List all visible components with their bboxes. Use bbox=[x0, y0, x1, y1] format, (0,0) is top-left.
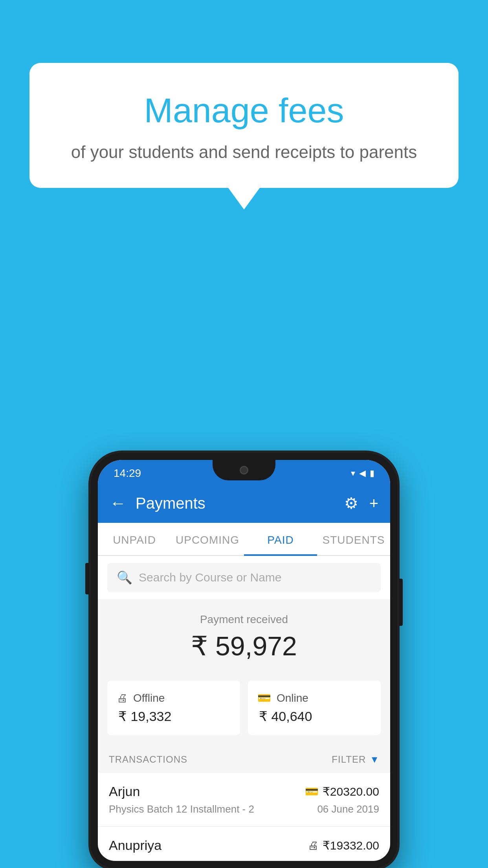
transaction-name-2: Anupriya bbox=[109, 838, 161, 853]
phone-screen: 14:29 ▾ ◀ ▮ ← Payments ⚙ + UNPAID bbox=[98, 460, 390, 861]
offline-card-header: 🖨 Offline bbox=[117, 691, 231, 704]
speech-bubble-title: Manage fees bbox=[61, 90, 427, 131]
settings-icon[interactable]: ⚙ bbox=[344, 494, 358, 512]
tab-paid[interactable]: PAID bbox=[244, 523, 317, 555]
add-icon[interactable]: + bbox=[369, 495, 378, 512]
transaction-row[interactable]: Arjun 💳 ₹20320.00 Physics Batch 12 Insta… bbox=[98, 773, 390, 827]
search-input[interactable]: Search by Course or Name bbox=[139, 571, 282, 584]
cards-row: 🖨 Offline ₹ 19,332 💳 Online ₹ 40,640 bbox=[98, 673, 390, 746]
signal-icon: ◀ bbox=[359, 468, 366, 478]
online-card: 💳 Online ₹ 40,640 bbox=[248, 680, 381, 735]
phone: 14:29 ▾ ◀ ▮ ← Payments ⚙ + UNPAID bbox=[91, 453, 397, 868]
app-title: Payments bbox=[136, 495, 335, 512]
filter-area[interactable]: FILTER ▼ bbox=[332, 754, 379, 765]
offline-amount: ₹ 19,332 bbox=[117, 708, 231, 724]
search-icon: 🔍 bbox=[117, 570, 132, 585]
transaction-amount-2: ₹19332.00 bbox=[323, 839, 379, 852]
speech-bubble-subtitle: of your students and send receipts to pa… bbox=[61, 140, 427, 164]
transaction-row-partial[interactable]: Anupriya 🖨 ₹19332.00 bbox=[98, 827, 390, 861]
transaction-course: Physics Batch 12 Installment - 2 bbox=[109, 803, 254, 815]
speech-bubble-arrow bbox=[228, 188, 260, 210]
speech-bubble-container: Manage fees of your students and send re… bbox=[29, 63, 459, 210]
online-card-header: 💳 Online bbox=[257, 691, 371, 704]
speech-bubble: Manage fees of your students and send re… bbox=[29, 63, 459, 188]
transactions-label: TRANSACTIONS bbox=[109, 754, 187, 765]
online-icon: 💳 bbox=[257, 691, 271, 704]
offline-card: 🖨 Offline ₹ 19,332 bbox=[107, 680, 240, 735]
transaction-amount-area-2: 🖨 ₹19332.00 bbox=[308, 839, 379, 852]
search-container: 🔍 Search by Course or Name bbox=[98, 556, 390, 599]
transaction-amount-area: 💳 ₹20320.00 bbox=[305, 785, 379, 798]
phone-container: 14:29 ▾ ◀ ▮ ← Payments ⚙ + UNPAID bbox=[91, 453, 397, 868]
transaction-amount: ₹20320.00 bbox=[323, 785, 379, 798]
tab-unpaid[interactable]: UNPAID bbox=[98, 523, 171, 555]
offline-payment-icon: 🖨 bbox=[308, 839, 319, 852]
camera bbox=[240, 466, 248, 474]
payment-received-amount: ₹ 59,972 bbox=[98, 631, 390, 662]
back-button[interactable]: ← bbox=[110, 494, 126, 513]
offline-label: Offline bbox=[133, 692, 165, 704]
wifi-icon: ▾ bbox=[351, 468, 355, 478]
app-bar: ← Payments ⚙ + bbox=[98, 484, 390, 523]
battery-icon: ▮ bbox=[370, 468, 374, 478]
tab-upcoming[interactable]: UPCOMING bbox=[171, 523, 244, 555]
filter-icon: ▼ bbox=[370, 754, 379, 765]
filter-label: FILTER bbox=[332, 754, 366, 765]
online-label: Online bbox=[277, 692, 308, 704]
status-icons: ▾ ◀ ▮ bbox=[351, 468, 374, 478]
payment-section: Payment received ₹ 59,972 bbox=[98, 599, 390, 673]
transaction-bottom: Physics Batch 12 Installment - 2 06 June… bbox=[109, 803, 379, 815]
payment-received-label: Payment received bbox=[98, 613, 390, 626]
transactions-header: TRANSACTIONS FILTER ▼ bbox=[98, 746, 390, 773]
notch bbox=[213, 460, 275, 480]
transaction-name: Arjun bbox=[109, 784, 140, 799]
transaction-top: Arjun 💳 ₹20320.00 bbox=[109, 784, 379, 799]
transaction-date: 06 June 2019 bbox=[317, 803, 379, 815]
tabs: UNPAID UPCOMING PAID STUDENTS bbox=[98, 523, 390, 556]
transaction-top-partial: Anupriya 🖨 ₹19332.00 bbox=[109, 838, 379, 853]
card-payment-icon: 💳 bbox=[305, 785, 319, 798]
tab-students[interactable]: STUDENTS bbox=[317, 523, 390, 555]
offline-icon: 🖨 bbox=[117, 691, 128, 704]
online-amount: ₹ 40,640 bbox=[257, 708, 371, 724]
status-time: 14:29 bbox=[114, 467, 141, 480]
search-box[interactable]: 🔍 Search by Course or Name bbox=[107, 563, 381, 592]
app-bar-icons: ⚙ + bbox=[344, 494, 378, 512]
